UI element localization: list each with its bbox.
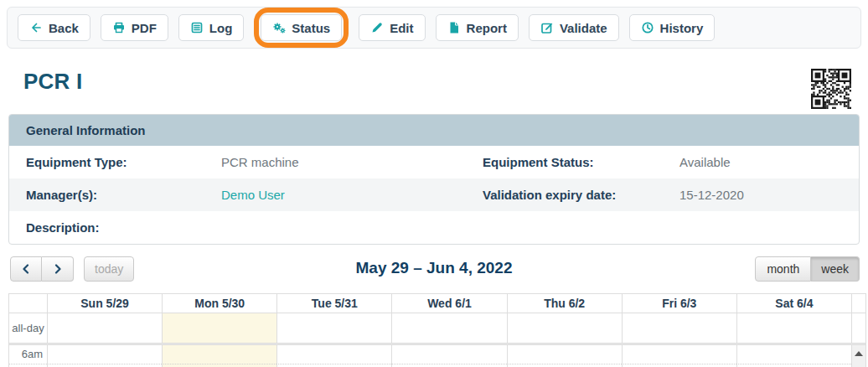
description-label: Description: — [26, 220, 221, 235]
edit-button-label: Edit — [390, 21, 413, 35]
all-day-cell-sat[interactable] — [736, 313, 851, 343]
all-day-cell-wed[interactable] — [391, 313, 506, 343]
pencil-icon — [370, 21, 384, 34]
info-row-description: Description: — [9, 211, 859, 244]
info-row-type-status: Equipment Type: PCR machine Equipment St… — [9, 146, 859, 178]
day-header-thu: Thu 6/2 — [507, 294, 622, 313]
arrow-left-icon — [29, 21, 43, 34]
all-day-row: all-day — [9, 313, 865, 343]
time-grid: 6am — [9, 345, 865, 367]
time-cell-thu[interactable] — [507, 345, 622, 364]
qr-code — [811, 69, 851, 109]
validate-button-label: Validate — [560, 21, 607, 35]
time-cell-sat[interactable] — [736, 345, 851, 364]
calendar-week-grid: Sun 5/29 Mon 5/30 Tue 5/31 Wed 6/1 Thu 6… — [8, 293, 866, 367]
clock-icon — [641, 21, 654, 34]
general-info-panel: General Information Equipment Type: PCR … — [8, 114, 860, 245]
time-cell-fri[interactable] — [622, 345, 736, 364]
axis-header-cell — [9, 294, 47, 313]
report-button-label: Report — [467, 21, 507, 35]
calendar-title: May 29 – Jun 4, 2022 — [8, 259, 860, 277]
time-slot-row-6am: 6am — [9, 345, 865, 364]
scrollbar-gutter-allday — [851, 313, 865, 343]
pdf-button-label: PDF — [132, 21, 157, 35]
scrollbar-gutter-header — [851, 294, 865, 313]
all-day-cell-tue[interactable] — [276, 313, 391, 343]
log-button-label: Log — [209, 21, 233, 35]
history-button-label: History — [660, 21, 704, 35]
pencil-square-icon — [540, 21, 554, 34]
all-day-label: all-day — [9, 313, 47, 343]
all-day-cell-thu[interactable] — [507, 313, 622, 343]
edit-button[interactable]: Edit — [359, 14, 425, 41]
equipment-status-label: Equipment Status: — [483, 155, 679, 169]
page-header: PCR I — [0, 55, 868, 111]
all-day-cell-fri[interactable] — [622, 313, 736, 343]
day-header-sat: Sat 6/4 — [736, 294, 851, 313]
gears-icon — [272, 21, 286, 34]
time-cell-mon-today[interactable] — [162, 345, 276, 364]
history-button[interactable]: History — [629, 14, 716, 41]
page-title: PCR I — [23, 69, 82, 95]
validate-button[interactable]: Validate — [529, 14, 619, 41]
back-button-label: Back — [49, 21, 79, 35]
calendar-week-view-button[interactable]: week — [811, 256, 860, 282]
vertical-scrollbar[interactable] — [851, 345, 865, 367]
status-button-label: Status — [292, 21, 330, 35]
info-row-manager-validation: Manager(s): Demo User Validation expiry … — [9, 178, 859, 211]
day-header-tue: Tue 5/31 — [276, 294, 391, 313]
manager-user-link[interactable]: Demo User — [221, 188, 285, 202]
all-day-cell-sun[interactable] — [47, 313, 162, 343]
report-button[interactable]: Report — [436, 14, 519, 41]
equipment-type-label: Equipment Type: — [26, 155, 221, 169]
equipment-type-value: PCR machine — [221, 155, 483, 169]
scrollbar-up-arrow-icon[interactable] — [855, 351, 863, 356]
time-cell-sun[interactable] — [47, 345, 162, 364]
status-button[interactable]: Status — [261, 14, 342, 41]
time-cell-wed[interactable] — [391, 345, 506, 364]
general-info-header: General Information — [9, 115, 859, 146]
log-button[interactable]: Log — [178, 14, 245, 41]
file-icon — [447, 21, 461, 34]
journal-icon — [190, 21, 204, 34]
day-header-wed: Wed 6/1 — [391, 294, 506, 313]
action-toolbar: Back PDF Log Status Edit Report Validate — [7, 7, 861, 49]
managers-label: Manager(s): — [26, 188, 221, 202]
validation-expiry-label: Validation expiry date: — [483, 188, 679, 202]
calendar-toolbar: today May 29 – Jun 4, 2022 month week — [8, 256, 860, 283]
day-header-mon: Mon 5/30 — [162, 294, 276, 313]
back-button[interactable]: Back — [18, 14, 90, 41]
calendar-day-header-row: Sun 5/29 Mon 5/30 Tue 5/31 Wed 6/1 Thu 6… — [9, 294, 865, 313]
equipment-status-value: Available — [679, 155, 859, 169]
all-day-cell-mon-today[interactable] — [162, 313, 276, 343]
validation-expiry-value: 15-12-2020 — [679, 188, 859, 202]
day-header-fri: Fri 6/3 — [622, 294, 736, 313]
day-header-sun: Sun 5/29 — [47, 294, 162, 313]
status-highlight-ring: Status — [254, 8, 349, 48]
calendar-month-view-button[interactable]: month — [755, 256, 811, 282]
pdf-button[interactable]: PDF — [101, 14, 168, 41]
time-label-6am: 6am — [9, 345, 47, 364]
printer-icon — [112, 21, 126, 34]
time-cell-tue[interactable] — [276, 345, 391, 364]
